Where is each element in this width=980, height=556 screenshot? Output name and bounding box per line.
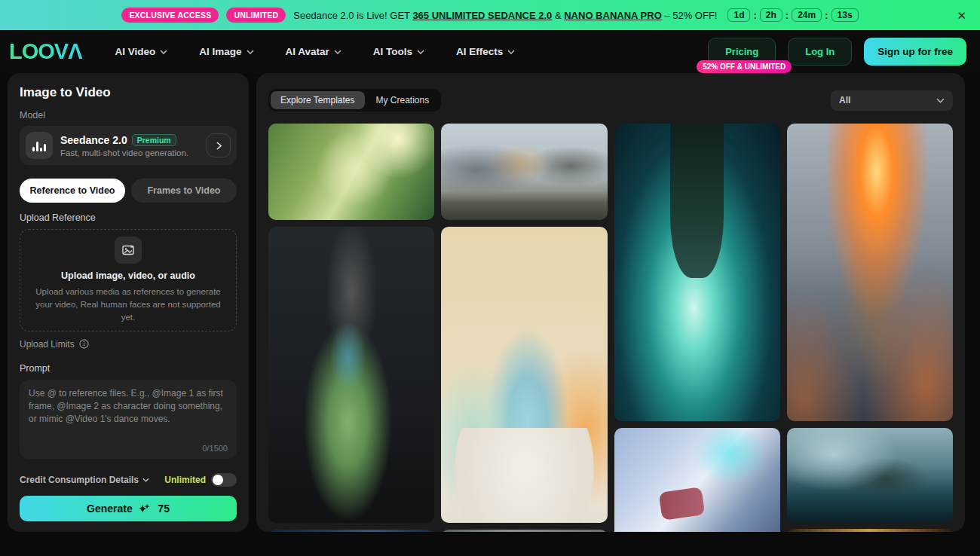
gallery-item-fire-dragon[interactable] bbox=[787, 124, 953, 421]
category-filter-dropdown[interactable]: All bbox=[831, 90, 953, 111]
credit-consumption-row: Credit Consumption Details Unlimited bbox=[20, 473, 237, 487]
upload-reference-label: Upload Reference bbox=[20, 212, 237, 223]
login-button[interactable]: Log In bbox=[788, 38, 852, 66]
tab-reference-to-video[interactable]: Reference to Video bbox=[20, 179, 125, 203]
page-title: Image to Video bbox=[20, 85, 237, 100]
countdown-separator: : bbox=[753, 10, 756, 21]
close-icon[interactable]: ✕ bbox=[957, 10, 966, 21]
templates-header: Explore Templates My Creations All bbox=[268, 89, 953, 112]
credit-details-label: Credit Consumption Details bbox=[20, 475, 139, 485]
tab-frames-to-video[interactable]: Frames to Video bbox=[131, 179, 237, 203]
image-to-video-sidebar: Image to Video Model Seedance 2.0 Premiu… bbox=[8, 73, 249, 532]
nav-item-label: AI Avatar bbox=[286, 46, 329, 57]
promo-banner: EXCLUSIVE ACCESS UNLIMITED Seedance 2.0 … bbox=[0, 0, 980, 30]
generate-label: Generate bbox=[87, 503, 133, 515]
gallery-item-kaiju-city-battle[interactable] bbox=[441, 124, 607, 220]
premium-badge: Premium bbox=[132, 134, 176, 146]
signup-button[interactable]: Sign up for free bbox=[864, 38, 966, 66]
countdown-timer: 1d : 2h : 24m : 13s bbox=[727, 8, 858, 22]
view-tabs: Explore Templates My Creations bbox=[268, 89, 441, 112]
unlimited-toggle[interactable] bbox=[211, 473, 237, 487]
countdown-separator: : bbox=[786, 10, 789, 21]
nav-item-ai-avatar[interactable]: AI Avatar bbox=[286, 46, 341, 57]
upload-description: Upload various media as references to ge… bbox=[31, 286, 225, 323]
model-info: Seedance 2.0 Premium Fast, multi-shot vi… bbox=[60, 134, 199, 157]
toggle-knob bbox=[213, 475, 223, 485]
pricing-button[interactable]: Pricing 52% OFF & UNLIMITED bbox=[708, 38, 776, 66]
gallery-item-partial[interactable] bbox=[441, 530, 607, 532]
upload-dropzone[interactable]: Upload image, video, or audio Upload var… bbox=[20, 229, 237, 331]
gallery-item-storm-ship[interactable] bbox=[787, 428, 953, 522]
mode-tabs: Reference to Video Frames to Video bbox=[20, 179, 237, 203]
upload-title: Upload image, video, or audio bbox=[61, 270, 195, 281]
unlimited-badge: UNLIMITED bbox=[226, 8, 286, 23]
generate-button[interactable]: Generate ✦✦ 75 bbox=[20, 496, 237, 521]
generate-cost: 75 bbox=[158, 503, 170, 515]
upload-media-icon bbox=[115, 237, 142, 264]
gallery-item-warrior-boot-splash[interactable] bbox=[614, 124, 780, 421]
nav-item-label: AI Image bbox=[199, 46, 241, 57]
upload-limits-label: Upload Limits bbox=[20, 339, 75, 350]
character-counter: 0/1500 bbox=[202, 444, 228, 453]
gallery-item-punk-monster[interactable] bbox=[268, 227, 434, 523]
chevron-down-icon bbox=[507, 50, 515, 54]
nav-item-label: AI Effects bbox=[456, 46, 503, 57]
gallery-item-partial[interactable] bbox=[787, 529, 953, 532]
nav-item-ai-video[interactable]: AI Video bbox=[115, 46, 168, 57]
prompt-box: 0/1500 bbox=[20, 380, 237, 460]
banner-message: Seedance 2.0 is Live! GET 365 UNLIMITED … bbox=[293, 10, 717, 21]
unlimited-toggle-group: Unlimited bbox=[164, 473, 237, 487]
countdown-days: 1d bbox=[727, 8, 750, 22]
audio-bars-icon bbox=[26, 132, 53, 159]
top-navbar: LOOVΛ AI Video AI Image AI Avatar AI Too… bbox=[0, 30, 980, 73]
tab-my-creations[interactable]: My Creations bbox=[366, 91, 439, 109]
page-content: Image to Video Model Seedance 2.0 Premiu… bbox=[0, 73, 980, 544]
sparkle-icon: ✦✦ bbox=[139, 503, 152, 515]
chevron-down-icon bbox=[334, 50, 341, 54]
pricing-label: Pricing bbox=[725, 46, 758, 57]
gallery-column bbox=[268, 124, 434, 532]
loova-logo[interactable]: LOOVΛ bbox=[9, 39, 82, 64]
gallery-column bbox=[787, 124, 953, 532]
countdown-seconds: 13s bbox=[831, 8, 859, 22]
gallery-column bbox=[441, 124, 607, 532]
model-description: Fast, multi-shot video generation. bbox=[60, 148, 199, 157]
exclusive-access-badge: EXCLUSIVE ACCESS bbox=[121, 8, 219, 23]
chevron-down-icon bbox=[142, 478, 149, 482]
model-name: Seedance 2.0 bbox=[60, 134, 127, 146]
gallery-item-wrist-katana[interactable] bbox=[614, 428, 780, 532]
countdown-hours: 2h bbox=[760, 8, 782, 22]
gallery-column bbox=[614, 124, 780, 532]
nav-actions: Pricing 52% OFF & UNLIMITED Log In Sign … bbox=[708, 38, 966, 66]
banner-link-nano-banana[interactable]: NANO BANANA PRO bbox=[564, 10, 662, 21]
pricing-discount-badge: 52% OFF & UNLIMITED bbox=[697, 60, 792, 73]
unlimited-label: Unlimited bbox=[164, 475, 206, 485]
nav-item-label: AI Video bbox=[115, 46, 156, 57]
template-gallery bbox=[268, 124, 953, 532]
prompt-label: Prompt bbox=[20, 363, 237, 374]
upload-limits-row[interactable]: Upload Limits bbox=[20, 339, 237, 350]
nav-item-ai-image[interactable]: AI Image bbox=[199, 46, 253, 57]
chevron-down-icon bbox=[936, 98, 945, 103]
tab-explore-templates[interactable]: Explore Templates bbox=[271, 91, 365, 109]
gallery-item-partial[interactable] bbox=[268, 530, 434, 532]
nav-menu: AI Video AI Image AI Avatar AI Tools AI … bbox=[115, 46, 709, 57]
model-selector-card[interactable]: Seedance 2.0 Premium Fast, multi-shot vi… bbox=[20, 126, 237, 165]
banner-message-prefix: Seedance 2.0 is Live! GET bbox=[293, 10, 412, 21]
chevron-down-icon bbox=[160, 50, 167, 54]
nav-item-ai-effects[interactable]: AI Effects bbox=[456, 46, 515, 57]
templates-panel: Explore Templates My Creations All bbox=[256, 73, 965, 532]
model-label: Model bbox=[20, 110, 237, 121]
countdown-separator: : bbox=[825, 10, 828, 21]
info-icon bbox=[79, 339, 89, 349]
banner-amp: & bbox=[552, 10, 564, 21]
gallery-item-forest-duel[interactable] bbox=[268, 124, 434, 220]
chevron-down-icon bbox=[417, 50, 424, 54]
credit-details-toggle[interactable]: Credit Consumption Details bbox=[20, 475, 149, 485]
banner-link-sedance[interactable]: 365 UNLIMITED SEDANCE 2.0 bbox=[412, 10, 552, 21]
chevron-down-icon bbox=[247, 50, 254, 54]
gallery-item-plush-monsters-cake[interactable] bbox=[441, 227, 607, 523]
chevron-right-icon[interactable] bbox=[207, 133, 231, 157]
banner-message-suffix: – 52% OFF! bbox=[662, 10, 718, 21]
nav-item-ai-tools[interactable]: AI Tools bbox=[373, 46, 424, 57]
